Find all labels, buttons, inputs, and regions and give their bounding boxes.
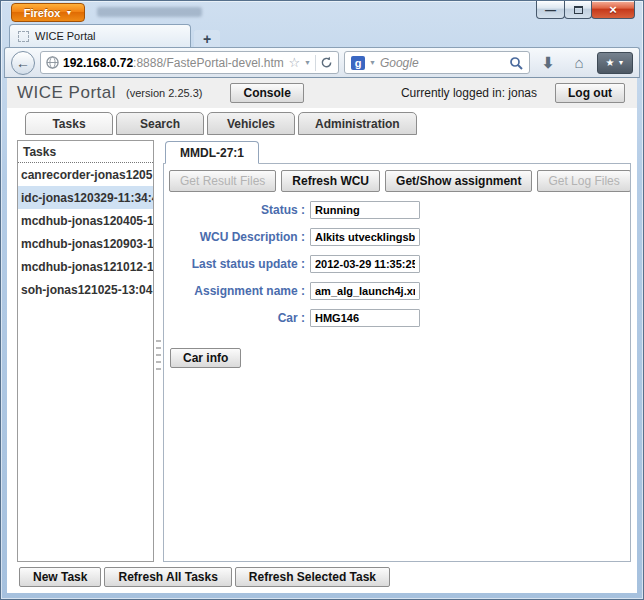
car-label: Car : [168, 311, 310, 325]
bookmarks-menu-button[interactable]: ★ ▼ [597, 52, 633, 74]
assignment-name-field[interactable] [310, 282, 420, 300]
back-button[interactable]: ← [11, 51, 35, 75]
last-status-update-label: Last status update : [168, 257, 310, 271]
wcu-description-field-row: WCU Description : [168, 228, 626, 246]
car-info-button[interactable]: Car info [170, 348, 241, 368]
footer-button-row: New Task Refresh All Tasks Refresh Selec… [7, 564, 637, 593]
car-field-row: Car : [168, 309, 626, 327]
bookmark-star-icon[interactable]: ☆ [288, 56, 300, 69]
download-icon: ⬇ [542, 54, 555, 72]
window-controls: — × [537, 1, 635, 19]
task-list-item[interactable]: mcdhub-jonas121012-17 [18, 255, 153, 278]
last-status-update-field[interactable] [310, 255, 420, 273]
page-content: WICE Portal (version 2.25.3) Console Cur… [7, 78, 637, 593]
browser-tab-title: WICE Portal [35, 30, 96, 42]
task-list-item[interactable]: mcdhub-jonas120903-15 [18, 232, 153, 255]
tasks-list-header: Tasks [18, 141, 153, 163]
urlbar-dropdown-icon[interactable]: ▼ [304, 59, 311, 66]
search-icon[interactable] [509, 56, 523, 70]
status-field[interactable] [310, 201, 420, 219]
tab-search[interactable]: Search [116, 112, 204, 135]
task-detail-panel: Get Result Files Refresh WCU Get/Show as… [163, 163, 631, 562]
console-button[interactable]: Console [230, 83, 303, 103]
assignment-name-label: Assignment name : [168, 284, 310, 298]
refresh-wcu-button[interactable]: Refresh WCU [281, 170, 380, 192]
window-title-ghost [97, 7, 202, 17]
task-detail-area: MMDL-27:1 Get Result Files Refresh WCU G… [163, 140, 631, 562]
firefox-menu-label: Firefox [24, 7, 61, 19]
main-content: Tasks canrecorder-jonas1205 idc-jonas120… [7, 135, 637, 564]
logged-in-text: Currently logged in: jonas [401, 86, 537, 100]
version-label: (version 2.25.3) [126, 87, 202, 99]
bookmarks-dropdown-icon: ▼ [618, 59, 625, 66]
url-bar[interactable]: 192.168.0.72:8888/FastePortal-devel.html… [40, 51, 339, 74]
wcu-description-field[interactable] [310, 228, 420, 246]
status-label: Status : [168, 203, 310, 217]
urlbar-divider [315, 55, 316, 71]
tasks-list-panel: Tasks canrecorder-jonas1205 idc-jonas120… [17, 140, 154, 562]
panel-splitter[interactable] [154, 140, 163, 562]
get-log-files-button[interactable]: Get Log Files [537, 170, 630, 192]
chevron-down-icon: ▼ [65, 9, 72, 16]
reload-icon[interactable] [320, 56, 333, 69]
task-list-item-selected[interactable]: idc-jonas120329-11:34:4 [18, 186, 153, 209]
tab-vehicles[interactable]: Vehicles [207, 112, 295, 135]
browser-tabstrip: WICE Portal + [1, 23, 643, 47]
navigation-toolbar: ← 192.168.0.72:8888/FastePortal-devel.ht… [4, 47, 640, 78]
browser-window: Firefox ▼ — × WICE Portal + ← 192.168.0.… [0, 0, 644, 600]
search-input[interactable] [380, 56, 505, 70]
google-engine-icon[interactable]: g [351, 56, 365, 70]
task-list-item[interactable]: soh-jonas121025-13:04 [18, 278, 153, 301]
get-show-assignment-button[interactable]: Get/Show assignment [385, 170, 532, 192]
home-icon: ⌂ [574, 54, 583, 71]
get-result-files-button[interactable]: Get Result Files [169, 170, 276, 192]
url-host: 192.168.0.72 [63, 56, 133, 70]
new-task-button[interactable]: New Task [19, 567, 101, 587]
browser-tab-wice-portal[interactable]: WICE Portal [9, 24, 191, 47]
search-bar[interactable]: g ▼ [344, 51, 530, 74]
task-list-item[interactable]: canrecorder-jonas1205 [18, 163, 153, 186]
minimize-button[interactable]: — [536, 1, 565, 19]
app-header: WICE Portal (version 2.25.3) Console Cur… [7, 78, 637, 108]
refresh-all-tasks-button[interactable]: Refresh All Tasks [104, 567, 231, 587]
firefox-menu-button[interactable]: Firefox ▼ [11, 3, 85, 22]
logout-button[interactable]: Log out [555, 83, 625, 103]
maximize-icon [574, 6, 583, 14]
wcu-description-label: WCU Description : [168, 230, 310, 244]
car-field[interactable] [310, 309, 420, 327]
task-list-item[interactable]: mcdhub-jonas120405-16 [18, 209, 153, 232]
maximize-button[interactable] [564, 1, 592, 19]
tab-administration[interactable]: Administration [298, 112, 417, 135]
titlebar: Firefox ▼ — × [1, 1, 643, 23]
search-engine-dropdown-icon[interactable]: ▼ [369, 59, 376, 66]
tab-mmdl-27-1[interactable]: MMDL-27:1 [165, 141, 259, 164]
close-button[interactable]: × [591, 1, 635, 19]
tab-tasks[interactable]: Tasks [25, 112, 113, 135]
favicon-placeholder-icon [18, 31, 29, 42]
refresh-selected-task-button[interactable]: Refresh Selected Task [235, 567, 390, 587]
splitter-grip-icon [156, 340, 161, 374]
page-title: WICE Portal [17, 83, 116, 103]
url-rest: :8888/FastePortal-devel.html?gwt.codesvr… [133, 56, 284, 70]
main-tab-bar: Tasks Search Vehicles Administration [7, 108, 637, 135]
status-field-row: Status : [168, 201, 626, 219]
downloads-button[interactable]: ⬇ [535, 51, 561, 75]
globe-icon [46, 56, 59, 69]
star-icon: ★ [606, 57, 615, 68]
assignment-name-field-row: Assignment name : [168, 282, 626, 300]
new-tab-button[interactable]: + [194, 30, 220, 47]
home-button[interactable]: ⌂ [566, 51, 592, 75]
url-text[interactable]: 192.168.0.72:8888/FastePortal-devel.html… [63, 56, 284, 70]
detail-button-row: Get Result Files Refresh WCU Get/Show as… [169, 170, 626, 192]
last-status-update-field-row: Last status update : [168, 255, 626, 273]
